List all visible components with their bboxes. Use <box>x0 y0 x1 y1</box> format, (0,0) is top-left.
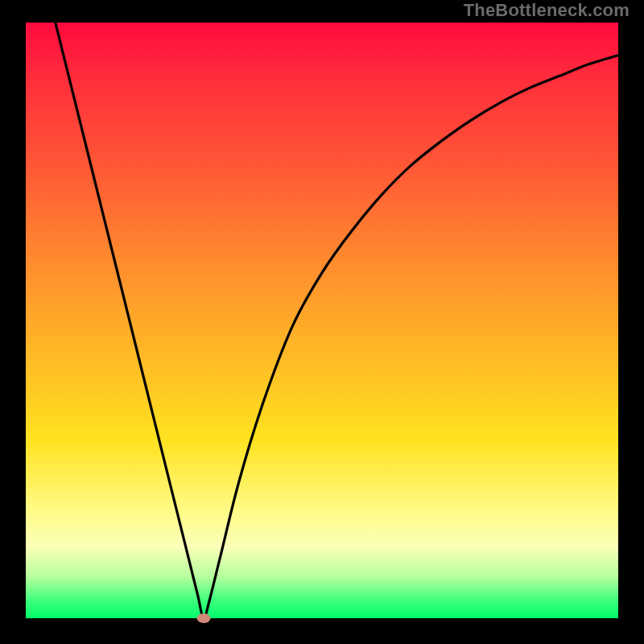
chart-curve-svg <box>26 23 618 618</box>
watermark-text: TheBottleneck.com <box>464 0 630 21</box>
chart-frame: TheBottleneck.com <box>0 0 644 644</box>
bottleneck-curve <box>56 23 618 618</box>
optimum-marker <box>196 613 210 623</box>
plot-area <box>26 23 618 618</box>
